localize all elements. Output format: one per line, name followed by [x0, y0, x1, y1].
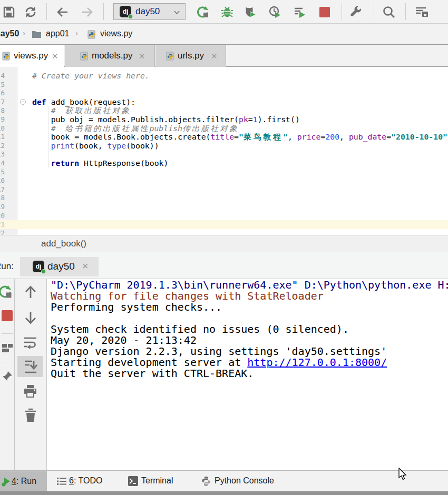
- main-toolbar: dj day50: [0, 0, 448, 24]
- toolwindow-tab-run[interactable]: 4: Run: [0, 471, 47, 492]
- status-bar: 4: Run 6: TODO Terminal Python Console: [0, 470, 448, 491]
- mouse-cursor: [398, 468, 408, 481]
- run-panel-label: Run:: [0, 261, 14, 272]
- caret-line-highlight: [0, 220, 448, 229]
- debug-icon[interactable]: [220, 5, 234, 19]
- rerun-icon[interactable]: [196, 5, 210, 19]
- editor-gutter-numbers: 45678910111213141516171819202122: [0, 67, 17, 235]
- stop-icon[interactable]: [319, 6, 333, 20]
- run-config-select[interactable]: dj day50: [113, 3, 186, 20]
- rerun-icon[interactable]: [0, 284, 13, 299]
- line-number: 19: [0, 203, 17, 212]
- soft-wrap-icon[interactable]: [23, 335, 37, 349]
- stop-icon[interactable]: [2, 310, 13, 321]
- console-line: System check identified no issues (0 sil…: [51, 324, 349, 335]
- taskbar-strip: [0, 491, 448, 495]
- console-line: May 20, 2020 - 21:13:42: [51, 335, 197, 346]
- tab-models-py[interactable]: models.py ✕: [65, 45, 155, 67]
- breadcrumb-package[interactable]: app01: [46, 29, 70, 38]
- line-number: 6: [0, 89, 17, 98]
- code-line-10: # 给书籍的出版社属性publish传出版社对象: [32, 124, 239, 133]
- up-stack-trace-icon[interactable]: [24, 285, 37, 300]
- restore-layout-icon[interactable]: [2, 342, 13, 354]
- line-number: 9: [0, 115, 17, 124]
- run-coverage-icon[interactable]: [244, 5, 257, 19]
- breadcrumb: day50 › app01 › views.py: [0, 24, 448, 45]
- print-icon[interactable]: [23, 384, 37, 398]
- python-file-icon: [2, 52, 11, 61]
- todo-list-icon: [57, 477, 66, 486]
- run-tasks-icon[interactable]: [293, 5, 307, 19]
- line-number: 15: [0, 168, 17, 177]
- run-icon: [2, 477, 11, 487]
- breadcrumb-file[interactable]: views.py: [100, 29, 132, 38]
- python-file-icon: [166, 52, 175, 61]
- code-line-11: book = models.Book.objects.create(title=…: [32, 133, 448, 142]
- close-icon[interactable]: ✕: [211, 52, 218, 61]
- running-dot: [41, 269, 46, 274]
- line-number: 13: [0, 150, 17, 159]
- running-dot: [128, 14, 133, 19]
- tab-urls-py[interactable]: urls.py ✕: [155, 45, 226, 67]
- forward-arrow-icon[interactable]: [80, 5, 94, 19]
- tab-label: models.py: [92, 51, 132, 61]
- close-icon[interactable]: ✕: [52, 52, 59, 61]
- line-number: 4: [0, 72, 17, 81]
- profile-icon[interactable]: [268, 5, 282, 19]
- run-tab-label: day50: [47, 261, 75, 272]
- breadcrumb-project[interactable]: day50: [0, 29, 19, 38]
- run-tab-day50[interactable]: dj day50 ✕: [20, 257, 99, 276]
- line-number: 5: [0, 81, 17, 90]
- line-number: 10: [0, 124, 17, 133]
- search-icon[interactable]: [382, 5, 396, 19]
- line-number: 11: [0, 133, 17, 142]
- line-number: 21: [0, 220, 17, 229]
- editor-tab-bar: views.py ✕ models.py ✕ urls.py ✕: [0, 45, 448, 67]
- wrench-icon[interactable]: [350, 5, 364, 19]
- close-icon[interactable]: ✕: [139, 52, 145, 61]
- code-editor[interactable]: 45678910111213141516171819202122 # Creat…: [0, 67, 448, 235]
- close-icon[interactable]: ✕: [82, 261, 89, 271]
- line-number: 14: [0, 159, 17, 168]
- line-number: 18: [0, 194, 17, 203]
- console-line: "D:\PyCharm 2019.1.3\bin\runnerw64.exe" …: [51, 280, 448, 291]
- back-arrow-icon[interactable]: [56, 5, 70, 19]
- sync-icon[interactable]: [24, 5, 37, 19]
- run-panel-header: Run: dj day50 ✕: [0, 252, 448, 279]
- line-number: 12: [0, 142, 17, 151]
- python-file-icon: [87, 30, 96, 39]
- toolwindow-tab-label: 6: TODO: [69, 476, 102, 486]
- line-number: 17: [0, 185, 17, 194]
- terminal-icon: [128, 476, 138, 486]
- settings-sync-icon[interactable]: [414, 5, 428, 19]
- toolwindow-tab-label: Terminal: [141, 476, 173, 486]
- toolwindow-tab-label: Python Console: [215, 476, 274, 486]
- context-hint-text: add_book(): [41, 239, 86, 249]
- console-line: Starting development server at http://12…: [51, 357, 387, 368]
- toolwindow-tab-label: 4: Run: [12, 477, 36, 486]
- console-line: Django version 2.2.3, using settings 'da…: [51, 346, 387, 357]
- run-toolbar-console: [15, 279, 47, 470]
- clear-console-icon[interactable]: [24, 408, 37, 423]
- python-file-icon: [80, 52, 89, 61]
- chevron-down-icon: [173, 8, 181, 16]
- code-line-8: # 获取出版社对象: [32, 106, 131, 115]
- tab-views-py[interactable]: views.py ✕: [0, 45, 64, 67]
- console-line: Performing system checks...: [51, 302, 222, 313]
- line-number: 16: [0, 176, 17, 185]
- console-line: Watching for file changes with StatReloa…: [51, 291, 324, 302]
- save-icon[interactable]: [2, 5, 16, 19]
- code-line-7: def add_book(request):: [32, 98, 135, 107]
- pin-icon[interactable]: [2, 370, 13, 382]
- run-toolbar-left: [0, 279, 15, 470]
- fold-marker[interactable]: [20, 99, 26, 105]
- down-stack-trace-icon[interactable]: [24, 310, 37, 325]
- code-line-4: # Create your views here.: [32, 72, 150, 81]
- line-number: 7: [0, 98, 17, 107]
- python-console-icon: [201, 476, 211, 487]
- scroll-to-end-icon[interactable]: [24, 359, 37, 373]
- line-number: 8: [0, 106, 17, 115]
- console-link[interactable]: http://127.0.0.1:8000/: [247, 356, 387, 369]
- run-console[interactable]: "D:\PyCharm 2019.1.3\bin\runnerw64.exe" …: [47, 279, 448, 470]
- tab-label: views.py: [14, 51, 48, 61]
